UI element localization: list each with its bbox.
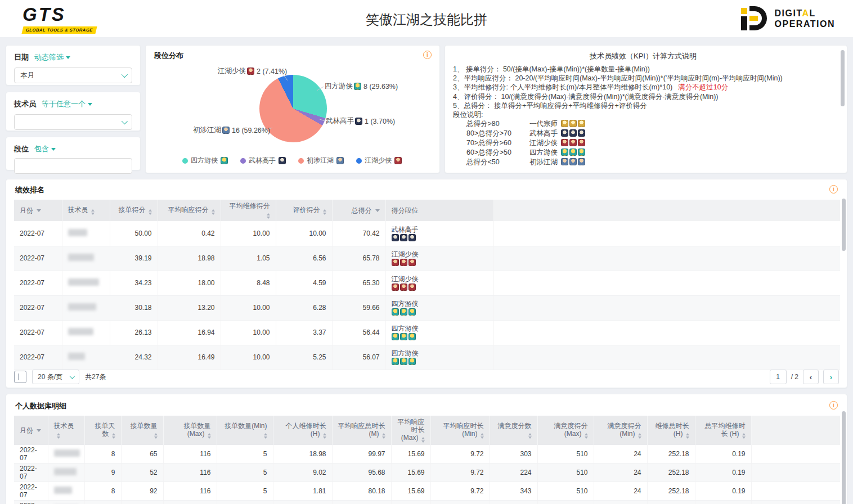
value-cell: 15.69 (391, 482, 430, 501)
column-header[interactable]: 满意度得分 (Max) (537, 416, 594, 445)
legend-item[interactable]: 四方游侠 (182, 156, 229, 165)
pager-menu-icon[interactable] (14, 371, 26, 383)
column-header[interactable]: 平均响应时长(Max) (391, 416, 430, 445)
sort-icon[interactable] (112, 433, 115, 439)
column-header[interactable]: 总平均维修时长 (H) (695, 416, 751, 445)
sort-icon[interactable] (481, 433, 484, 439)
sort-icon[interactable] (382, 433, 385, 439)
column-header[interactable]: 平均响应时长 (Min) (430, 416, 490, 445)
column-header[interactable]: 满意度得分 (Min) (594, 416, 647, 445)
technician-select[interactable] (14, 114, 132, 130)
rank-legend-row: 80>总得分>70武林高手 (453, 129, 833, 138)
column-header[interactable]: 总得分 (332, 200, 385, 221)
scrollbar-thumb[interactable] (842, 411, 846, 504)
sort-icon[interactable] (267, 213, 270, 219)
red-swordsman-emoji (578, 139, 585, 146)
kpi-line: 2、平均响应得分： 20-20/(平均响应时间(Max)-平均响应时间(Min)… (453, 74, 833, 83)
rank-cell: 四方游侠 (385, 295, 493, 320)
rank-input[interactable] (14, 158, 132, 174)
column-header[interactable]: 接单天数 (84, 416, 121, 445)
red-swordsman-emoji (400, 284, 407, 291)
current-page-box[interactable]: 1 (770, 370, 787, 384)
value-cell: 8 (84, 445, 121, 464)
sort-icon[interactable] (264, 433, 267, 439)
column-header[interactable]: 接单数量 (Max) (163, 416, 217, 445)
page-size-select[interactable]: 20 条/页 (32, 370, 79, 384)
column-header[interactable]: 月份 (14, 200, 62, 221)
info-icon[interactable]: i (829, 401, 838, 410)
table-row: 2022-07865116518.9899.9715.699.723035102… (14, 445, 840, 464)
scrollbar-thumb[interactable] (841, 50, 845, 106)
rank-score-range: 总得分<50 (466, 158, 529, 167)
value-cell: 5 (217, 482, 273, 501)
legend-item[interactable]: 武林高手 (240, 156, 287, 165)
next-page-button[interactable]: › (823, 370, 839, 384)
sort-icon[interactable] (742, 433, 746, 439)
column-header[interactable]: 平均响应总时长 (M) (332, 416, 391, 445)
rank-filter-operator[interactable]: 包含 (34, 144, 56, 154)
rank-filter-label: 段位 (14, 144, 29, 154)
sort-icon[interactable] (528, 433, 532, 439)
rank-emoji-group (392, 333, 417, 341)
column-header[interactable]: 评价得分 (276, 200, 332, 221)
column-header[interactable]: 月份 (14, 416, 48, 445)
value-cell: 5 (217, 445, 273, 464)
column-header[interactable]: 接单得分 (110, 200, 158, 221)
column-header[interactable]: 技术员 (62, 200, 110, 221)
yellow-capped-knight-emoji (569, 148, 577, 156)
column-header[interactable]: 接单数量 (121, 416, 163, 445)
column-header[interactable]: 平均维修得分 (221, 200, 276, 221)
date-select[interactable]: 本月 (14, 68, 132, 83)
sort-icon[interactable] (585, 433, 588, 439)
sort-icon[interactable] (208, 433, 211, 439)
sort-icon[interactable] (212, 209, 215, 215)
value-cell: 9.72 (430, 501, 490, 504)
personal-detail-table: 月份技术员接单天数接单数量接单数量 (Max)接单数量(Min)个人维修时长(H… (14, 416, 840, 504)
column-header[interactable]: 维修总时长 (H) (647, 416, 695, 445)
filter-caret-icon[interactable] (37, 429, 41, 432)
sort-icon[interactable] (149, 209, 152, 215)
value-cell: 50.00 (110, 221, 158, 246)
sort-icon[interactable] (421, 437, 425, 443)
dark-warrior-emoji (578, 129, 585, 137)
legend-item[interactable]: 初涉江湖 (298, 156, 345, 165)
legend-item[interactable]: 江湖少侠 (356, 156, 403, 165)
table-header-row: 月份技术员接单得分平均响应得分平均维修得分评价得分总得分得分段位 (14, 200, 840, 221)
column-header[interactable]: 满意度分数 (490, 416, 537, 445)
row-filler (751, 482, 840, 501)
filter-caret-icon[interactable] (37, 209, 41, 212)
red-swordsman-emoji (408, 259, 416, 266)
blurred-name (68, 278, 99, 286)
date-filter-card: 日期 动态筛选 本月 (6, 45, 141, 86)
sort-icon[interactable] (57, 433, 60, 439)
sort-icon[interactable] (91, 209, 95, 215)
month-cell: 2022-07 (14, 295, 62, 320)
column-header[interactable]: 个人维修时长(H) (273, 416, 332, 445)
scrollbar-thumb[interactable] (842, 199, 846, 251)
sort-icon[interactable] (686, 433, 689, 439)
prev-page-button[interactable]: ‹ (803, 370, 819, 384)
sort-icon[interactable] (323, 209, 326, 215)
column-header[interactable]: 接单数量(Min) (217, 416, 273, 445)
kpi-title: 技术员绩效（KPI）计算方式说明 (453, 51, 833, 61)
sort-icon[interactable] (323, 433, 326, 439)
value-cell: 303 (490, 445, 537, 464)
date-filter-operator[interactable]: 动态筛选 (34, 52, 70, 62)
sort-icon[interactable] (638, 433, 641, 439)
value-cell: 65 (121, 445, 163, 464)
column-header[interactable]: 平均响应得分 (158, 200, 221, 221)
sort-icon[interactable] (154, 433, 158, 439)
value-cell: 18.98 (273, 445, 332, 464)
value-cell: 0.19 (695, 464, 751, 482)
column-header-label: 维修总时长 (H) (656, 422, 689, 438)
info-icon[interactable]: i (423, 51, 432, 59)
technician-filter-operator[interactable]: 等于任意一个 (42, 99, 92, 109)
value-cell: 510 (537, 445, 594, 464)
value-cell: 13.20 (158, 295, 221, 320)
info-icon[interactable]: i (829, 185, 838, 194)
filter-caret-icon[interactable] (375, 209, 380, 212)
red-swordsman-emoji (400, 259, 407, 266)
technician-cell (48, 501, 84, 504)
column-header[interactable]: 技术员 (48, 416, 84, 445)
value-cell: 116 (163, 445, 217, 464)
